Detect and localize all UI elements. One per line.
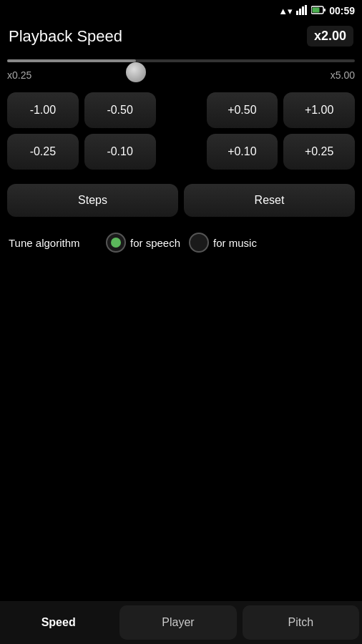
status-bar: ▲▾ 00:59	[0, 0, 362, 21]
btn-minus-010[interactable]: -0.10	[84, 134, 156, 170]
reset-button[interactable]: Reset	[184, 184, 355, 217]
radio-speech-circle[interactable]	[106, 233, 126, 253]
speed-value: x2.00	[307, 26, 353, 47]
btn-plus-1[interactable]: +1.00	[283, 92, 355, 128]
page-title: Playback Speed	[9, 27, 122, 46]
radio-group: for speech for music	[106, 233, 257, 253]
radio-music[interactable]: for music	[189, 233, 257, 253]
slider-container[interactable]: x0.25 x5.00	[0, 54, 362, 82]
battery-icon	[311, 6, 326, 16]
tune-label: Tune algorithm	[9, 237, 94, 249]
nav-player[interactable]: Player	[119, 605, 236, 640]
btn-plus-050[interactable]: +0.50	[207, 92, 278, 128]
buttons-section: -1.00 -0.50 +0.50 +1.00 -0.25 -0.10 +0.1…	[0, 87, 362, 181]
nav-player-label: Player	[162, 616, 194, 629]
slider-min-label: x0.25	[7, 69, 31, 81]
btn-plus-025[interactable]: +0.25	[283, 134, 355, 170]
radio-music-label: for music	[213, 237, 257, 249]
svg-rect-1	[299, 9, 301, 15]
slider-track[interactable]	[7, 54, 355, 68]
nav-speed[interactable]: Speed	[0, 601, 117, 644]
svg-rect-2	[302, 6, 304, 15]
slider-thumb[interactable]	[126, 62, 146, 82]
radio-speech-dot	[111, 238, 121, 248]
btn-minus-050[interactable]: -0.50	[84, 92, 156, 128]
btn-minus-025[interactable]: -0.25	[7, 134, 79, 170]
wifi-icon: ▲▾	[278, 6, 293, 16]
radio-music-circle[interactable]	[189, 233, 209, 253]
tune-section: Tune algorithm for speech for music	[0, 225, 362, 260]
btn-plus-010[interactable]: +0.10	[207, 134, 278, 170]
svg-rect-6	[313, 7, 320, 12]
slider-max-label: x5.00	[331, 69, 355, 81]
status-icons: ▲▾ 00:59	[278, 5, 355, 17]
spacer-1	[162, 92, 201, 128]
slider-bg	[7, 59, 355, 62]
spacer-2	[162, 134, 201, 170]
svg-rect-0	[296, 11, 298, 15]
steps-button[interactable]: Steps	[7, 184, 178, 217]
nav-pitch[interactable]: Pitch	[243, 605, 359, 640]
slider-labels: x0.25 x5.00	[7, 68, 355, 82]
btn-minus-1[interactable]: -1.00	[7, 92, 79, 128]
svg-rect-3	[305, 5, 307, 15]
radio-music-dot	[194, 238, 204, 248]
radio-speech[interactable]: for speech	[106, 233, 180, 253]
button-row-2: -0.25 -0.10 +0.10 +0.25	[7, 134, 355, 170]
nav-speed-label: Speed	[41, 616, 76, 629]
radio-speech-label: for speech	[130, 237, 180, 249]
button-row-1: -1.00 -0.50 +0.50 +1.00	[7, 92, 355, 128]
header: Playback Speed x2.00	[0, 21, 362, 54]
svg-rect-5	[324, 9, 326, 11]
signal-icon	[296, 5, 308, 17]
slider-fill	[7, 59, 136, 62]
action-row: Steps Reset	[0, 184, 362, 217]
status-time: 00:59	[329, 5, 355, 16]
bottom-nav: Speed Player Pitch	[0, 601, 362, 644]
nav-pitch-label: Pitch	[288, 616, 314, 629]
